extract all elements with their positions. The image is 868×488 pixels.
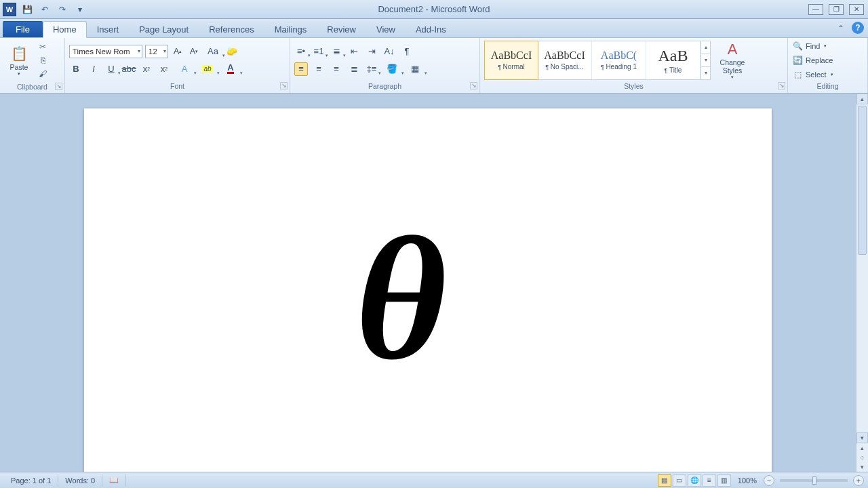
zoom-level[interactable]: 100% bbox=[738, 476, 757, 485]
clipboard-launcher[interactable]: ↘ bbox=[55, 83, 62, 90]
clear-formatting-button[interactable]: 🧽 bbox=[225, 45, 239, 58]
quick-access-toolbar: W 💾 ↶ ↷ ▾ bbox=[0, 3, 87, 16]
tab-mailings[interactable]: Mailings bbox=[264, 21, 317, 37]
tab-page-layout[interactable]: Page Layout bbox=[129, 21, 199, 37]
format-painter-button[interactable]: 🖌 bbox=[37, 68, 49, 79]
style-heading-1[interactable]: AaBbC( Heading 1 bbox=[592, 41, 646, 79]
cut-button[interactable]: ✂ bbox=[37, 41, 49, 52]
text-effects-button[interactable]: A bbox=[175, 62, 194, 76]
restore-button[interactable]: ❐ bbox=[829, 4, 844, 15]
copy-button[interactable]: ⎘ bbox=[37, 55, 49, 66]
shrink-font-button[interactable]: A▾ bbox=[187, 45, 201, 58]
scroll-track[interactable] bbox=[856, 256, 868, 432]
view-web-layout[interactable]: 🌐 bbox=[688, 474, 701, 487]
view-print-layout[interactable]: ▤ bbox=[658, 474, 671, 487]
increase-indent-button[interactable]: ⇥ bbox=[365, 45, 378, 58]
scroll-up-button[interactable]: ▴ bbox=[856, 94, 868, 104]
bullets-button[interactable]: ≡• bbox=[294, 45, 308, 58]
status-bar: Page: 1 of 1 Words: 0 📖 ▤ ▭ 🌐 ≡ ▥ 100% −… bbox=[0, 472, 868, 488]
paste-button[interactable]: 📋 Paste ▾ bbox=[4, 39, 34, 81]
underline-button[interactable]: U bbox=[104, 62, 118, 76]
paragraph-launcher[interactable]: ↘ bbox=[470, 82, 477, 89]
ribbon-tabs: File Home Insert Page Layout References … bbox=[0, 19, 868, 38]
scroll-down-button[interactable]: ▾ bbox=[856, 432, 868, 443]
view-outline[interactable]: ≡ bbox=[703, 474, 716, 487]
replace-icon: 🔄 bbox=[792, 56, 803, 65]
tab-addins[interactable]: Add-Ins bbox=[406, 21, 456, 37]
zoom-out-button[interactable]: − bbox=[764, 475, 774, 486]
style-normal[interactable]: AaBbCcI Normal bbox=[484, 41, 538, 80]
zoom-slider-knob[interactable] bbox=[812, 476, 816, 485]
change-case-button[interactable]: Aa bbox=[203, 45, 222, 58]
subscript-button[interactable]: x2 bbox=[140, 62, 153, 76]
italic-button[interactable]: I bbox=[87, 62, 100, 76]
style-no-spacing[interactable]: AaBbCcI No Spaci... bbox=[538, 41, 592, 79]
group-clipboard: 📋 Paste ▾ ✂ ⎘ 🖌 Clipboard ↘ bbox=[0, 38, 65, 93]
tab-home[interactable]: Home bbox=[43, 21, 87, 38]
superscript-button[interactable]: x2 bbox=[157, 62, 171, 76]
redo-button[interactable]: ↷ bbox=[56, 3, 69, 16]
tab-file[interactable]: File bbox=[3, 21, 43, 37]
line-spacing-button[interactable]: ‡≡ bbox=[365, 62, 378, 76]
tab-review[interactable]: Review bbox=[317, 21, 366, 37]
browse-object-button[interactable]: ○ bbox=[856, 453, 868, 462]
align-center-button[interactable]: ≡ bbox=[312, 62, 326, 76]
show-marks-button[interactable]: ¶ bbox=[400, 45, 414, 58]
borders-button[interactable]: ▦ bbox=[406, 62, 425, 76]
minimize-ribbon-button[interactable]: ⌃ bbox=[834, 22, 848, 35]
tab-view[interactable]: View bbox=[366, 21, 406, 37]
tab-references[interactable]: References bbox=[199, 21, 264, 37]
gallery-down-button[interactable]: ▾ bbox=[701, 54, 710, 67]
next-page-button[interactable]: ▾ bbox=[856, 462, 868, 472]
highlight-button[interactable]: ab bbox=[198, 62, 217, 76]
gallery-up-button[interactable]: ▴ bbox=[701, 41, 710, 54]
help-button[interactable]: ? bbox=[852, 22, 864, 34]
vertical-scrollbar[interactable]: ▴ ▾ ▴ ○ ▾ bbox=[856, 94, 868, 472]
save-button[interactable]: 💾 bbox=[20, 3, 34, 16]
status-page[interactable]: Page: 1 of 1 bbox=[4, 474, 58, 487]
styles-launcher[interactable]: ↘ bbox=[778, 82, 785, 89]
sort-button[interactable]: A↓ bbox=[382, 45, 396, 58]
font-name-combo[interactable]: Times New Rom bbox=[69, 45, 142, 58]
minimize-button[interactable]: — bbox=[808, 4, 823, 15]
view-draft[interactable]: ▥ bbox=[717, 474, 731, 487]
close-button[interactable]: ✕ bbox=[849, 4, 864, 15]
replace-button[interactable]: 🔄 Replace bbox=[792, 54, 833, 66]
strikethrough-button[interactable]: abc bbox=[122, 62, 136, 76]
find-button[interactable]: 🔍 Find ▾ bbox=[792, 39, 827, 52]
align-left-button[interactable]: ≡ bbox=[294, 62, 308, 76]
numbering-button[interactable]: ≡1 bbox=[312, 45, 326, 58]
tab-insert[interactable]: Insert bbox=[87, 21, 130, 37]
font-size-combo[interactable]: 12 bbox=[145, 45, 168, 58]
grow-font-button[interactable]: A▴ bbox=[171, 45, 184, 58]
view-full-screen[interactable]: ▭ bbox=[673, 474, 686, 487]
find-icon: 🔍 bbox=[792, 41, 803, 51]
scroll-thumb[interactable] bbox=[858, 106, 867, 255]
prev-page-button[interactable]: ▴ bbox=[856, 443, 868, 453]
styles-label: Styles ↘ bbox=[480, 82, 787, 93]
align-right-button[interactable]: ≡ bbox=[330, 62, 343, 76]
group-font: Times New Rom 12 A▴ A▾ Aa 🧽 B I U abc x2… bbox=[65, 38, 290, 93]
status-words[interactable]: Words: 0 bbox=[58, 474, 102, 487]
select-button[interactable]: ⬚ Select ▾ bbox=[792, 68, 833, 81]
qat-more-button[interactable]: ▾ bbox=[73, 3, 87, 16]
shading-button[interactable]: 🪣 bbox=[382, 62, 401, 76]
style-title[interactable]: AaB Title bbox=[646, 41, 701, 79]
status-proofing[interactable]: 📖 bbox=[102, 474, 126, 487]
zoom-in-button[interactable]: + bbox=[853, 475, 864, 486]
word-icon: W bbox=[3, 3, 16, 16]
group-styles: AaBbCcI Normal AaBbCcI No Spaci... AaBbC… bbox=[480, 38, 788, 93]
document-page[interactable]: θ bbox=[84, 108, 772, 472]
font-launcher[interactable]: ↘ bbox=[280, 82, 288, 89]
font-color-button[interactable]: A bbox=[221, 62, 240, 76]
multilevel-list-button[interactable]: ≣ bbox=[330, 45, 343, 58]
gallery-more-button[interactable]: ▾ bbox=[701, 67, 710, 79]
decrease-indent-button[interactable]: ⇤ bbox=[347, 45, 361, 58]
zoom-slider[interactable] bbox=[780, 479, 848, 482]
bold-button[interactable]: B bbox=[69, 62, 83, 76]
paste-label: Paste bbox=[10, 63, 28, 71]
justify-button[interactable]: ≣ bbox=[347, 62, 361, 76]
undo-button[interactable]: ↶ bbox=[38, 3, 52, 16]
change-styles-button[interactable]: A Change Styles ▾ bbox=[715, 41, 750, 80]
font-label: Font ↘ bbox=[65, 82, 290, 93]
